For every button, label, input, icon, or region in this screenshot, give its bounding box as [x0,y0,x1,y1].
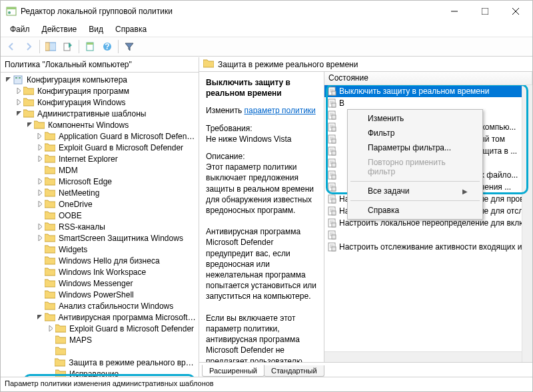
policy-list-item[interactable] [324,229,532,241]
tree-item-label: Компоненты Windows [47,120,130,130]
refresh-button[interactable] [82,39,98,55]
policy-list-item[interactable]: В [324,97,532,109]
expand-icon[interactable] [35,144,45,150]
tree-item[interactable]: Антивирусная программа Microsoft Def [1,311,199,323]
app-window: Редактор локальной групповой политики Фа… [0,0,533,392]
tree-item[interactable]: Exploit Guard в Microsoft Defender [1,142,199,153]
requirements-label: Требования: [206,123,317,134]
filter-button[interactable] [121,39,137,55]
tree-item[interactable]: Конфигурация Windows [1,97,199,108]
expand-icon[interactable] [35,201,45,207]
tree-item-label: SmartScreen Защитника Windows [57,234,185,243]
context-menu-item[interactable]: Параметры фильтра... [349,140,481,155]
collapse-icon[interactable] [25,122,34,128]
expand-icon[interactable] [35,224,45,230]
expand-icon[interactable] [35,156,45,162]
context-menu-item[interactable]: Справка [349,203,481,218]
collapse-icon[interactable] [14,110,23,116]
tree-item-label: Internet Explorer [57,154,119,164]
tree-item[interactable]: Компоненты Windows [1,119,199,130]
tree-item[interactable]: Windows Messenger [1,278,199,289]
policy-item-label: Настроить отслеживание активности входящ… [339,242,532,252]
tree-item[interactable]: OOBE [1,210,199,221]
svg-rect-86 [332,247,336,251]
tree-item-label: Windows PowerShell [57,290,135,299]
tab-standard[interactable]: Стандартный [264,365,324,377]
expand-icon[interactable] [35,190,45,196]
context-menu-item[interactable]: Все задачи▶ [349,184,481,198]
tree-item-label: MAPS [68,335,93,345]
tree-item[interactable]: Windows Ink Workspace [1,266,199,278]
tree-item-label: Конфигурация компьютера [25,75,129,85]
tree-item[interactable]: MDM [1,164,199,176]
tree-item[interactable]: Exploit Guard в Microsoft Defender [1,323,199,334]
tree-item[interactable]: Конфигурация программ [1,85,199,97]
expand-icon[interactable] [14,88,23,94]
expand-icon[interactable] [35,178,45,184]
forward-button[interactable] [21,39,37,55]
show-hide-tree-button[interactable] [43,39,59,55]
menu-help[interactable]: Справка [110,23,152,35]
list-rows[interactable]: ИзменитьФильтрПараметры фильтра...Повтор… [324,85,532,362]
tree-item[interactable]: SmartScreen Защитника Windows [1,232,199,244]
horizontal-scrollbar[interactable] [324,351,522,362]
menu-file[interactable]: Файл [5,23,35,35]
expand-icon[interactable] [14,99,23,105]
help-button[interactable]: ? [99,39,115,55]
collapse-icon[interactable] [3,77,13,83]
tree-item[interactable]: Конфигурация компьютера [1,74,199,85]
tree-item[interactable]: Application Guard в Microsoft Defender [1,130,199,142]
tree-item[interactable] [1,345,199,357]
policy-list-item[interactable]: Выключить защиту в реальном времени [324,85,532,97]
svg-rect-16 [19,77,21,79]
maximize-button[interactable] [470,1,500,22]
tree-item[interactable]: Internet Explorer [1,153,199,164]
tree-item[interactable]: MAPS [1,334,199,345]
collapse-icon[interactable] [35,314,45,320]
context-menu-item[interactable]: Изменить [349,111,481,126]
folder-icon [203,59,214,70]
svg-rect-11 [87,43,93,45]
tree-item[interactable]: Защита в режиме реального времен [1,357,199,368]
minimize-button[interactable] [439,1,470,22]
details-header: Защита в режиме реального времени [199,57,532,72]
toolbar-separator [118,40,119,53]
tree-item[interactable]: Исправление [1,368,199,377]
policy-tree[interactable]: Конфигурация компьютераКонфигурация прог… [1,73,199,377]
export-list-button[interactable] [60,39,76,55]
vertical-scrollbar[interactable] [522,85,532,362]
tree-item[interactable]: Windows PowerShell [1,289,199,300]
expand-icon[interactable] [46,325,55,331]
context-menu-label: Фильтр [368,128,394,138]
folder-icon [45,279,55,288]
expand-icon[interactable] [35,133,45,139]
svg-rect-56 [332,175,336,179]
tree-item[interactable]: RSS-каналы [1,221,199,232]
svg-rect-31 [332,115,336,119]
edit-policy-link[interactable]: параметр политики [244,106,315,115]
tree-item-label: Windows Messenger [57,279,134,288]
tree-item[interactable]: NetMeeting [1,187,199,198]
tree-item[interactable]: Windows Hello для бизнеса [1,255,199,266]
svg-rect-14 [14,76,22,84]
tree-item[interactable]: Microsoft Edge [1,176,199,187]
policy-list-item[interactable]: Настроить отслеживание активности входящ… [324,241,532,253]
tree-item-label: Антивирусная программа Microsoft Def [57,313,199,322]
tree-item[interactable]: OneDrive [1,198,199,210]
policy-item-label: В [339,98,344,108]
expand-icon[interactable] [35,235,45,241]
tree-item-label: Exploit Guard в Microsoft Defender [57,143,185,152]
tree-item-label: Exploit Guard в Microsoft Defender [68,324,195,333]
menu-view[interactable]: Вид [83,23,109,35]
view-tabs: Расширенный Стандартный [199,362,532,377]
back-button[interactable] [3,39,19,55]
tab-extended[interactable]: Расширенный [202,365,265,377]
tree-item[interactable]: Анализ стабильности Windows [1,300,199,311]
context-menu-item[interactable]: Фильтр [349,126,481,140]
tree-item[interactable]: Widgets [1,244,199,255]
menu-action[interactable]: Действие [37,23,83,35]
close-button[interactable] [500,1,531,22]
tree-item[interactable]: Административные шаблоны [1,108,199,119]
column-state[interactable]: Состояние [324,72,532,85]
statusbar: Параметр политики изменения администрати… [1,377,532,391]
